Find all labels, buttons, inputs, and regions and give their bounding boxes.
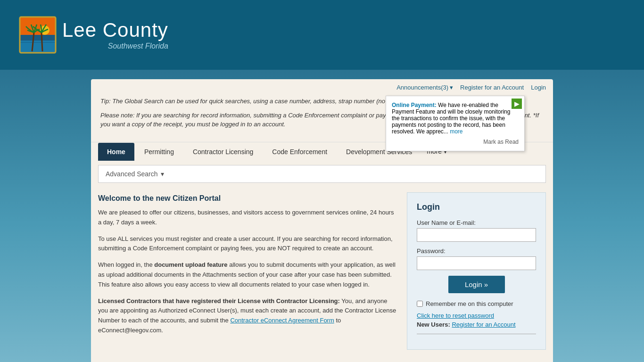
content-area: Welcome to the new Citizen Portal We are… xyxy=(91,188,553,354)
register-link[interactable]: Register for an Account xyxy=(460,84,524,91)
top-bar: Announcements(3) ▾ Register for an Accou… xyxy=(91,79,553,91)
tab-permitting[interactable]: Permitting xyxy=(135,143,183,161)
advanced-search-label: Advanced Search xyxy=(106,170,158,178)
para3-start: When logged in, the xyxy=(98,261,154,268)
para3-bold: document upload feature xyxy=(154,261,227,268)
username-label: User Name or E-mail: xyxy=(417,219,536,226)
username-group: User Name or E-mail: xyxy=(417,219,536,242)
main-container: Announcements(3) ▾ Register for an Accou… xyxy=(91,79,553,362)
logo-icon xyxy=(19,16,57,54)
welcome-para4: Licensed Contractors that have registere… xyxy=(98,296,397,336)
reset-password-link[interactable]: Click here to reset password xyxy=(417,312,536,319)
logo-title: Lee County xyxy=(62,19,168,41)
announcement-close-button[interactable]: ▶ xyxy=(512,99,522,109)
mark-as-read-button[interactable]: Mark as Read xyxy=(392,139,519,145)
chevron-down-icon: ▾ xyxy=(450,84,453,91)
login-panel: Login User Name or E-mail: Password: Log… xyxy=(407,192,546,350)
svg-line-6 xyxy=(41,33,42,51)
announcements-label: Announcements(3) xyxy=(396,84,448,91)
contractor-form-link[interactable]: Contractor eConnect Agreement Form xyxy=(230,317,334,324)
welcome-para2: To use ALL services you must register an… xyxy=(98,234,397,254)
register-account-link[interactable]: Register for an Account xyxy=(452,321,515,328)
welcome-title: Welcome to the new Citizen Portal xyxy=(98,192,397,205)
announcement-bold-label: Online Payment: xyxy=(392,102,437,108)
login-nav-link[interactable]: Login xyxy=(531,84,546,91)
tab-code-enforcement[interactable]: Code Enforcement xyxy=(263,143,336,161)
password-group: Password: xyxy=(417,247,536,270)
remember-me-group: Remember me on this computer xyxy=(417,300,536,307)
logo-subtitle: Southwest Florida xyxy=(62,42,168,50)
new-users-line: New Users: Register for an Account xyxy=(417,321,536,328)
announcement-more-link[interactable]: more xyxy=(450,128,462,135)
new-users-label: New Users: xyxy=(417,321,450,328)
tab-contractor-licensing[interactable]: Contractor Licensing xyxy=(184,143,262,161)
remember-label: Remember me on this computer xyxy=(426,300,513,307)
logo-text: Lee County Southwest Florida xyxy=(62,19,168,50)
announcements-button[interactable]: Announcements(3) ▾ xyxy=(396,84,453,91)
password-label: Password: xyxy=(417,247,536,255)
left-content: Welcome to the new Citizen Portal We are… xyxy=(98,192,397,350)
welcome-para3: When logged in, the document upload feat… xyxy=(98,260,397,289)
top-bar-links: Announcements(3) ▾ Register for an Accou… xyxy=(396,84,546,91)
login-button[interactable]: Login » xyxy=(448,276,505,293)
announcement-dropdown: ▶ Online Payment: We have re-enabled the… xyxy=(386,96,525,151)
para4-bold: Licensed Contractors that have registere… xyxy=(98,297,340,304)
header: Lee County Southwest Florida xyxy=(0,0,644,70)
remember-checkbox[interactable] xyxy=(417,301,423,307)
tab-home[interactable]: Home xyxy=(98,143,134,161)
login-panel-title: Login xyxy=(417,202,536,212)
username-input[interactable] xyxy=(417,228,536,242)
search-chevron-icon: ▾ xyxy=(161,170,164,178)
announcement-text: Online Payment: We have re-enabled the P… xyxy=(392,102,519,135)
password-input[interactable] xyxy=(417,256,536,270)
advanced-search-bar[interactable]: Advanced Search ▾ xyxy=(98,165,546,183)
welcome-para1: We are pleased to offer our citizens, bu… xyxy=(98,208,397,228)
logo-area: Lee County Southwest Florida xyxy=(19,16,168,54)
login-divider xyxy=(417,334,536,334)
